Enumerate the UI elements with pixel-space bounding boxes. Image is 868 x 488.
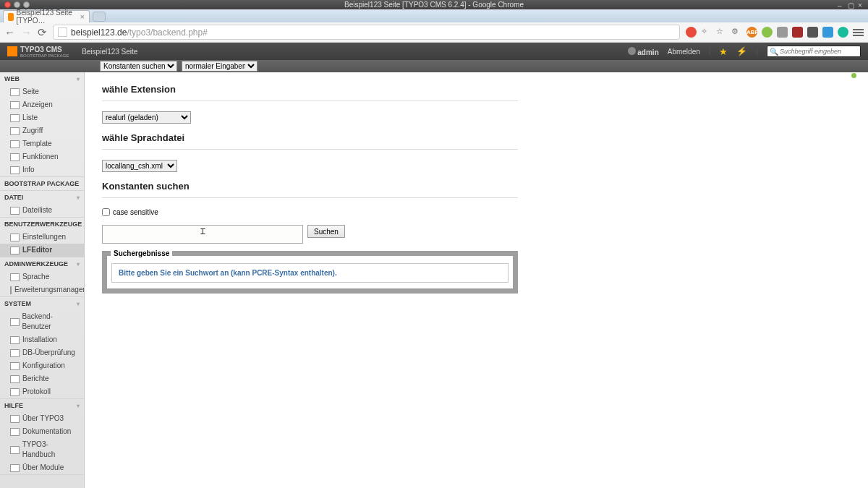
reload-button[interactable]: ⟳ — [38, 26, 47, 39]
sidebar-item-lfeditor[interactable]: LFEditor — [0, 244, 84, 257]
chrome-menu-icon[interactable] — [853, 29, 864, 36]
ext-icon[interactable]: ABP — [746, 27, 757, 38]
ext-icon[interactable]: ⚙ — [731, 27, 742, 38]
sidebar-item-protokoll[interactable]: Protokoll — [0, 385, 84, 398]
function-select[interactable]: Konstanten suchen — [100, 61, 177, 72]
divider — [102, 149, 518, 150]
sidebar-item-funktionen[interactable]: Funktionen — [0, 150, 84, 163]
forward-button[interactable]: → — [21, 26, 32, 38]
window-minimize-icon[interactable] — [14, 1, 20, 8]
sidebar-item-template[interactable]: Template — [0, 137, 84, 150]
sidebar-item-info[interactable]: Info — [0, 163, 84, 176]
window-close-icon[interactable] — [4, 1, 11, 8]
sidebar-item-sprache[interactable]: Sprache — [0, 270, 84, 283]
sidebar-item-installation[interactable]: Installation — [0, 333, 84, 346]
sidebar-item-berichte[interactable]: Berichte — [0, 372, 84, 385]
sidebar-item-seite[interactable]: Seite — [0, 85, 84, 98]
ext-icon[interactable] — [822, 27, 833, 38]
sidebar-section-system[interactable]: System▾ — [0, 297, 84, 310]
window-title: Beispiel123 Seite [TYPO3 CMS 6.2.4] - Go… — [344, 1, 524, 9]
divider — [102, 197, 518, 198]
ext-icon[interactable] — [686, 27, 697, 38]
results-fieldset: Suchergebnisse Bitte geben Sie ein Suchw… — [102, 251, 518, 294]
cache-icon[interactable]: ⚡ — [736, 46, 747, 56]
module-icon — [10, 114, 20, 122]
heading-extension: wähle Extension — [102, 84, 851, 95]
sidebar-item-einstellungen[interactable]: Einstellungen — [0, 231, 84, 244]
ext-icon[interactable]: ☆ — [716, 27, 727, 38]
module-icon — [10, 207, 20, 215]
langfile-select[interactable]: locallang_csh.xml — [102, 160, 177, 172]
ext-icon[interactable] — [762, 27, 773, 38]
mode-select[interactable]: normaler Eingabemodus — [182, 61, 258, 72]
sidebar-item-db-ueberpruefung[interactable]: DB-Überprüfung — [0, 346, 84, 359]
window-sys-close-icon[interactable]: × — [858, 1, 865, 9]
sidebar-item-dokumentation[interactable]: Dokumentation — [0, 425, 84, 438]
ext-icon[interactable] — [777, 27, 788, 38]
back-button[interactable]: ← — [4, 26, 15, 38]
typo3-logo[interactable]: TYPO3 CMS BOOTSTRAP PACKAGE — [7, 46, 69, 58]
url-text: beispiel123.de/typo3/backend.php# — [71, 27, 208, 38]
ext-icon[interactable] — [792, 27, 803, 38]
sidebar-item-dateiliste[interactable]: Dateiliste — [0, 204, 84, 217]
sidebar-item-anzeigen[interactable]: Anzeigen — [0, 98, 84, 111]
sidebar-section-web[interactable]: Web▾ — [0, 72, 84, 85]
product-tagline: BOOTSTRAP PACKAGE — [20, 53, 69, 58]
bookmark-icon[interactable]: ★ — [719, 46, 728, 57]
address-bar[interactable]: beispiel123.de/typo3/backend.php# — [53, 25, 680, 40]
results-legend: Suchergebnisse — [111, 249, 172, 257]
search-input[interactable] — [102, 225, 303, 244]
doc-header: Konstanten suchen normaler Eingabemodus — [0, 60, 868, 72]
sidebar-section-datei[interactable]: Datei▾ — [0, 191, 84, 204]
logout-link[interactable]: Abmelden — [668, 48, 700, 56]
sidebar-item-backend-benutzer[interactable]: Backend-Benutzer — [0, 310, 84, 333]
module-icon — [10, 428, 20, 436]
window-maximize-icon[interactable] — [23, 1, 30, 8]
page-icon — [58, 27, 67, 37]
ext-icon[interactable] — [838, 27, 848, 38]
typo3-logo-icon — [7, 46, 17, 56]
tab-title: Beispiel123 Seite [TYPO… — [17, 9, 76, 25]
sidebar-item-konfiguration[interactable]: Konfiguration — [0, 359, 84, 372]
sidebar-section-bootstrap[interactable]: Bootstrap Package — [0, 177, 84, 190]
module-icon — [10, 234, 20, 241]
sidebar-item-typo3-handbuch[interactable]: TYPO3-Handbuch — [0, 438, 84, 461]
sidebar-item-liste[interactable]: Liste — [0, 111, 84, 124]
sidebar-item-erweiterungsmanager[interactable]: Erweiterungsmanager — [0, 283, 84, 296]
module-icon — [10, 127, 20, 135]
sidebar-section-hilfe[interactable]: Hilfe▾ — [0, 399, 84, 412]
new-tab-button[interactable] — [93, 12, 106, 22]
sidebar-item-ueber-typo3[interactable]: Über TYPO3 — [0, 412, 84, 425]
sidebar-section-admin[interactable]: Adminwerkzeuge▾ — [0, 257, 84, 270]
search-button[interactable]: Suchen — [307, 225, 345, 238]
module-icon — [10, 318, 20, 326]
window-sys-min-icon[interactable]: – — [838, 1, 845, 9]
sidebar-section-benutzer[interactable]: Benutzerwerkzeuge — [0, 218, 84, 231]
browser-tab-strip: Beispiel123 Seite [TYPO… × — [0, 9, 868, 22]
browser-tab[interactable]: Beispiel123 Seite [TYPO… × — [3, 10, 90, 22]
ext-icon[interactable]: ✧ — [701, 27, 712, 38]
user-name: admin — [637, 48, 658, 56]
module-icon — [10, 375, 20, 383]
sidebar-item-zugriff[interactable]: Zugriff — [0, 124, 84, 137]
module-icon — [10, 362, 20, 370]
tab-close-icon[interactable]: × — [80, 12, 85, 21]
typo3-topbar: TYPO3 CMS BOOTSTRAP PACKAGE Beispiel123 … — [0, 43, 868, 60]
heading-search: Konstanten suchen — [102, 181, 851, 192]
backend-search[interactable]: 🔍 — [767, 46, 861, 57]
module-icon — [10, 388, 20, 396]
case-sensitive-checkbox[interactable] — [102, 208, 110, 216]
favicon-icon — [8, 13, 14, 21]
module-icon — [10, 336, 20, 344]
user-menu[interactable]: admin — [628, 47, 659, 56]
ext-icon[interactable] — [807, 27, 818, 38]
backend-search-input[interactable] — [780, 48, 858, 55]
window-sys-max-icon[interactable]: ▢ — [848, 1, 855, 9]
extension-select[interactable]: realurl (geladen) — [102, 111, 191, 124]
sidebar-item-ueber-module[interactable]: Über Module — [0, 461, 84, 474]
module-icon — [10, 140, 20, 148]
browser-toolbar: ← → ⟳ beispiel123.de/typo3/backend.php# … — [0, 22, 868, 43]
module-icon — [10, 247, 20, 254]
module-icon — [10, 415, 20, 423]
module-icon — [10, 273, 20, 281]
